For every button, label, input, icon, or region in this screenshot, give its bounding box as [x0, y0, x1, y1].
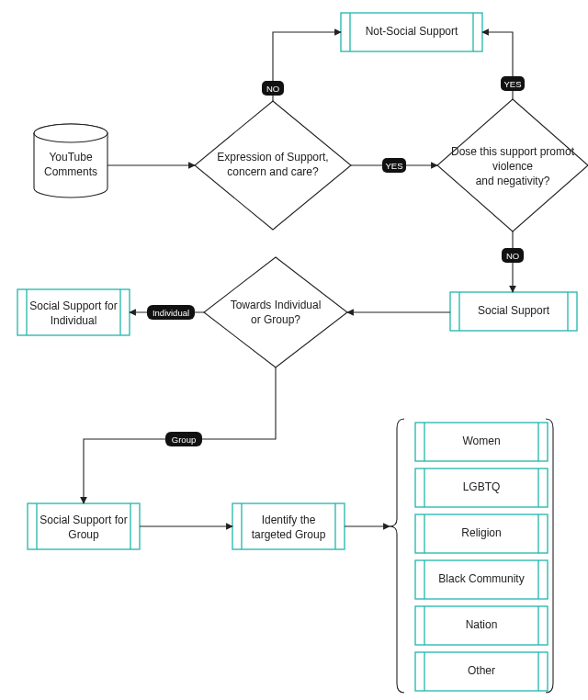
- source-cylinder: YouTube Comments: [34, 124, 107, 198]
- groups-list: Women LGBTQ Religion Black Community Nat…: [415, 423, 548, 691]
- group-item-nation: Nation: [415, 606, 548, 645]
- svg-text:NO: NO: [266, 84, 279, 94]
- svg-text:Identify the: Identify the: [262, 514, 316, 526]
- terminal-not-social-support: Not-Social Support: [341, 13, 482, 51]
- svg-text:YES: YES: [503, 79, 521, 89]
- svg-text:violence: violence: [492, 160, 533, 173]
- group-item-religion: Religion: [415, 514, 548, 553]
- svg-text:Other: Other: [468, 664, 495, 677]
- svg-text:Not-Social Support: Not-Social Support: [366, 25, 458, 38]
- pill-individual: Individual: [147, 305, 195, 320]
- svg-text:Social Support for: Social Support for: [29, 299, 117, 312]
- pill-no-1: NO: [262, 81, 284, 96]
- svg-text:Religion: Religion: [461, 526, 501, 539]
- svg-text:and negativity?: and negativity?: [476, 175, 550, 187]
- decision-target: Towards Individual or Group?: [204, 257, 347, 367]
- svg-text:Social Support: Social Support: [478, 304, 550, 317]
- svg-point-1: [34, 124, 107, 142]
- terminal-support-group: Social Support for Group: [28, 503, 140, 549]
- pill-group: Group: [165, 432, 202, 446]
- group-item-black-community: Black Community: [415, 560, 548, 599]
- svg-text:concern and care?: concern and care?: [227, 165, 319, 178]
- svg-text:or Group?: or Group?: [251, 313, 300, 326]
- svg-text:Group: Group: [68, 528, 99, 541]
- svg-text:Dose this support promot: Dose this support promot: [451, 145, 575, 158]
- svg-text:YES: YES: [385, 161, 402, 171]
- svg-text:Towards Individual: Towards Individual: [231, 299, 322, 311]
- terminal-support-individual: Social Support for Individual: [17, 289, 130, 335]
- svg-text:LGBTQ: LGBTQ: [463, 480, 501, 493]
- group-item-lgbtq: LGBTQ: [415, 469, 548, 507]
- svg-text:NO: NO: [506, 251, 519, 261]
- flowchart-canvas: YouTube Comments Expression of Support, …: [0, 0, 588, 700]
- pill-no-2: NO: [502, 248, 524, 263]
- svg-text:Black Community: Black Community: [438, 572, 524, 585]
- svg-text:Group: Group: [172, 435, 196, 445]
- terminal-social-support: Social Support: [450, 292, 577, 331]
- group-item-other: Other: [415, 652, 548, 691]
- process-identify-group: Identify the targeted Group: [232, 503, 345, 549]
- decision-expression: Expression of Support, concern and care?: [195, 101, 351, 230]
- group-item-women: Women: [415, 423, 548, 461]
- svg-text:Individual: Individual: [153, 308, 189, 318]
- source-label-2: Comments: [44, 165, 97, 178]
- decision-violence: Dose this support promot violence and ne…: [437, 99, 588, 231]
- svg-text:Expression of Support,: Expression of Support,: [217, 151, 328, 164]
- svg-text:Women: Women: [462, 435, 500, 447]
- svg-text:Individual: Individual: [51, 314, 97, 327]
- svg-text:Nation: Nation: [466, 618, 498, 631]
- svg-text:Social Support for: Social Support for: [40, 514, 127, 526]
- source-label-1: YouTube: [49, 151, 92, 164]
- pill-yes-2: YES: [501, 76, 525, 91]
- svg-text:targeted  Group: targeted Group: [252, 528, 326, 541]
- pill-yes-1: YES: [382, 158, 406, 173]
